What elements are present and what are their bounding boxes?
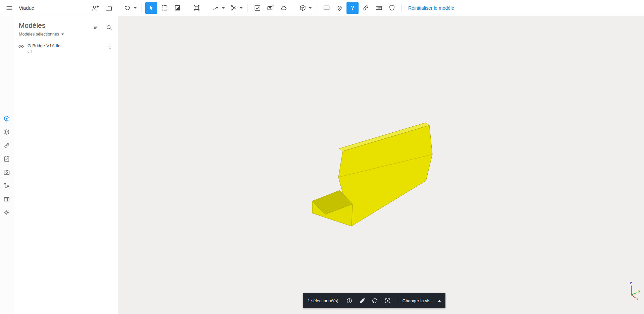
move-axis-icon [212,4,219,11]
rail-layers-button[interactable] [0,125,13,139]
object-info-button[interactable] [344,295,355,306]
link-icon [3,142,10,149]
selection-context-bar: 1 sélectionné(s) [303,293,445,308]
presentation-button[interactable] [320,2,332,14]
bridge-barrier-model[interactable] [312,123,432,226]
search-icon [106,24,112,31]
paint-color-button[interactable] [369,295,381,306]
x-axis [631,295,636,298]
rail-settings-button[interactable] [0,206,13,219]
change-visibility-label: Changer la vis... [402,298,434,303]
cut-tool-button[interactable] [227,2,239,14]
clear-paint-button[interactable] [357,295,368,306]
hamburger-icon [6,4,13,12]
add-person-button[interactable] [90,3,101,13]
cube-icon [3,115,10,122]
cube-icon [299,4,306,11]
project-title: Viaduc [19,5,87,11]
eye-icon [18,44,24,50]
select-tool-button[interactable] [145,2,157,14]
model-options-button[interactable] [107,44,113,50]
model-name: G-Bridge-V1A.ifc [28,43,104,48]
viewport-3d[interactable]: 1 sélectionné(s) [118,16,644,314]
folder-icon [105,4,112,12]
toolbar-separator [317,4,317,12]
chevron-up-icon [438,300,441,302]
rail-models-button[interactable] [0,112,13,125]
zoom-to-selection-button[interactable] [382,295,393,306]
cut-dropdown-caret[interactable] [240,7,243,9]
models-selector-dropdown[interactable]: Modèles sélectionnés [19,32,112,37]
x-axis-label: x [637,297,638,301]
toolbar-separator [206,4,206,12]
undo-group [121,2,138,14]
keyboard-icon [375,4,382,11]
rail-tables-button[interactable] [0,192,13,206]
zoom-fit-icon [384,298,391,304]
z-axis-label: Z [630,281,632,285]
views-group [297,2,313,14]
transform-tool-button[interactable] [191,2,203,14]
rail-model-tree-button[interactable] [0,179,13,192]
selection-count-label: 1 sélectionné(s) [308,298,338,303]
undo-icon [124,4,131,11]
top-bar: Viaduc [0,0,644,16]
marker-button[interactable] [333,2,345,14]
model-version: v.1 [28,50,104,54]
toolbar-separator [248,4,248,12]
link-tool-button[interactable] [360,2,372,14]
chevron-down-icon [61,34,64,35]
keyboard-shortcuts-button[interactable] [373,2,385,14]
scissors-icon [230,4,237,11]
pen-slash-icon [359,298,365,304]
shield-icon [388,4,395,11]
rail-todo-button[interactable] [0,152,13,166]
selection-bar-separator [398,296,398,305]
move-group [210,2,226,14]
views-dropdown-caret[interactable] [309,7,312,9]
marquee-select-icon [161,4,168,11]
change-visibility-button[interactable]: Changer la vis... [402,298,441,303]
search-button[interactable] [106,24,112,31]
privacy-shield-button[interactable] [386,2,398,14]
sort-button[interactable] [93,24,100,31]
selected-3d-model[interactable] [118,16,644,314]
cloud-tool-button[interactable] [277,2,289,14]
reset-model-link[interactable]: Réinitialiser le modèle [408,5,454,11]
left-rail [0,16,13,314]
move-dropdown-caret[interactable] [222,7,225,9]
marquee-select-button[interactable] [158,2,170,14]
hamburger-menu-button[interactable] [4,3,15,13]
model-tree-icon [3,182,10,189]
kebab-menu-icon [107,44,113,50]
contrast-tool-button[interactable] [171,2,183,14]
axis-gizmo[interactable]: Z y x [622,281,643,302]
help-icon: ? [351,5,354,11]
rail-snapshots-button[interactable] [0,166,13,179]
table-icon [3,196,10,202]
gear-icon [3,209,10,216]
y-axis [631,293,637,295]
model-list-item[interactable]: G-Bridge-V1A.ifc v.1 [13,39,118,57]
folder-button[interactable] [103,3,114,13]
marker-pin-icon [336,4,343,11]
cursor-arrow-icon [148,4,155,11]
views-cube-button[interactable] [297,2,309,14]
move-tool-button[interactable] [210,2,222,14]
undo-button[interactable] [121,2,133,14]
markup-tool-button[interactable] [251,2,263,14]
toolbar-separator [142,4,142,12]
toolbar-separator [293,4,293,12]
help-button[interactable]: ? [346,2,359,14]
rail-links-button[interactable] [0,139,13,152]
models-panel: Modèles Modèles sélectionnés [13,16,118,314]
add-person-icon [92,4,99,12]
palette-icon [372,298,378,304]
cut-group [227,2,244,14]
snapshot-add-button[interactable] [264,2,276,14]
main-toolbar: ? Réinitialiser le modèle [118,0,644,16]
undo-dropdown-caret[interactable] [134,7,137,9]
visibility-toggle-button[interactable] [18,44,24,50]
camera-icon [3,169,10,176]
sort-lines-icon [93,24,100,31]
